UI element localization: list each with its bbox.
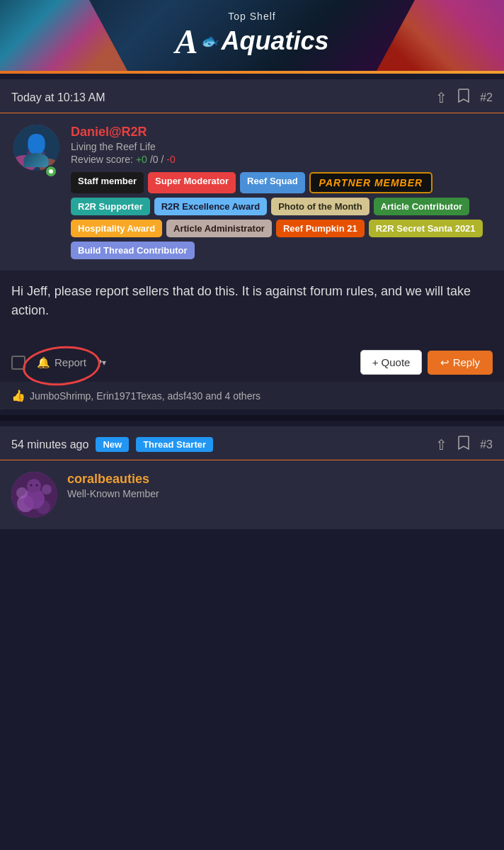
post-header-actions: ⇧ #2 — [435, 88, 493, 107]
post-3-username[interactable]: coralbeauties — [67, 472, 493, 487]
separator-line — [0, 71, 504, 74]
message-area: Hi Jeff, please report sellers that do t… — [0, 271, 504, 343]
message-text: Hi Jeff, please report sellers that do t… — [11, 282, 493, 320]
svg-point-4 — [29, 135, 43, 149]
share-icon[interactable]: ⇧ — [435, 89, 447, 106]
badges-container: Staff member Super Moderator Reef Squad … — [71, 172, 493, 259]
post-3-container: 54 minutes ago New Thread Starter ⇧ #3 — [0, 426, 504, 529]
svg-point-5 — [27, 147, 45, 162]
post-3-user-title: Well-Known Member — [67, 488, 493, 499]
review-label: Review score: — [71, 154, 133, 165]
action-bar: 🔔 Report • ▾ + Quote ↩ Reply — [0, 343, 504, 382]
post-3-header: 54 minutes ago New Thread Starter ⇧ #3 — [0, 426, 504, 460]
post-timestamp: Today at 10:13 AM — [11, 91, 105, 104]
user-info: Daniel@R2R Living the Reef Life Review s… — [71, 125, 493, 259]
svg-point-12 — [16, 487, 28, 499]
svg-point-7 — [38, 140, 40, 142]
score-negative: -0 — [166, 154, 175, 165]
banner-top-shelf: Top Shelf — [175, 11, 328, 22]
avatar-section — [11, 125, 61, 259]
avatar — [13, 125, 59, 171]
svg-point-14 — [27, 479, 41, 493]
svg-point-6 — [32, 140, 34, 142]
post-number: #2 — [480, 91, 493, 104]
score-neutral: /0 / — [150, 154, 164, 165]
banner: Top Shelf A 🐟 Aquatics — [0, 0, 504, 71]
review-score: Review score: +0 /0 / -0 — [71, 154, 493, 165]
badge-article-contributor: Article Contributor — [374, 198, 470, 215]
bookmark-icon[interactable] — [457, 88, 470, 107]
new-badge: New — [96, 437, 129, 452]
svg-point-3 — [29, 154, 43, 166]
report-btn-wrapper: 🔔 Report — [31, 352, 92, 373]
fish-icon: 🐟 — [200, 33, 218, 50]
badge-build-thread: Build Thread Contributor — [71, 242, 195, 259]
post-3-header-left: 54 minutes ago New Thread Starter — [11, 437, 213, 452]
banner-coral-left — [0, 0, 127, 71]
report-label: Report — [55, 356, 86, 368]
badge-super-moderator: Super Moderator — [148, 172, 236, 193]
banner-aquatics: A 🐟 Aquatics — [175, 22, 328, 61]
post-3-number: #3 — [480, 438, 493, 451]
posts-divider — [0, 415, 504, 421]
badge-excellence-award: R2R Excellence Award — [154, 198, 267, 215]
banner-a-letter: A — [175, 22, 197, 61]
badge-partner-member: PARTNER MEMBER — [309, 172, 433, 193]
badge-photo-of-month: Photo of the Month — [271, 198, 369, 215]
svg-point-13 — [42, 484, 52, 494]
username[interactable]: Daniel@R2R — [71, 125, 493, 140]
svg-point-1 — [13, 155, 37, 171]
badge-r2r-supporter: R2R Supporter — [71, 198, 150, 215]
badge-reef-pumpkin: Reef Pumpkin 21 — [276, 220, 365, 237]
post-3-header-right: ⇧ #3 — [435, 435, 493, 454]
badge-article-administrator: Article Administrator — [166, 220, 272, 237]
score-positive: +0 — [136, 154, 147, 165]
thread-starter-badge: Thread Starter — [136, 437, 213, 452]
reactors-text: JumboShrimp, Erin1971Texas, adsf430 and … — [30, 390, 260, 402]
badge-hospitality-award: Hospitality Award — [71, 220, 162, 237]
badge-staff-member: Staff member — [71, 172, 144, 193]
post3-bookmark-icon[interactable] — [457, 435, 470, 454]
badge-reef-squad: Reef Squad — [240, 172, 305, 193]
post-3-user-info: coralbeauties Well-Known Member — [67, 472, 493, 518]
post-3-body: coralbeauties Well-Known Member — [0, 460, 504, 529]
banner-logo: Top Shelf A 🐟 Aquatics — [175, 11, 328, 61]
bell-icon: 🔔 — [37, 356, 50, 369]
svg-point-15 — [30, 484, 33, 487]
banner-coral-right — [377, 0, 504, 71]
quote-button[interactable]: + Quote — [360, 350, 423, 375]
svg-point-16 — [36, 484, 38, 487]
post-2-container: Today at 10:13 AM ⇧ #2 — [0, 79, 504, 409]
select-checkbox[interactable] — [11, 356, 25, 370]
reactions-bar: 👍 JumboShrimp, Erin1971Texas, adsf430 an… — [0, 382, 504, 409]
post-header: Today at 10:13 AM ⇧ #2 — [0, 79, 504, 113]
banner-aquatics-text: Aquatics — [221, 26, 328, 56]
online-badge — [45, 165, 57, 178]
dropdown-arrow-icon: ▾ — [102, 358, 106, 368]
reply-button[interactable]: ↩ Reply — [428, 351, 493, 375]
post-3-avatar — [11, 472, 57, 518]
user-title: Living the Reef Life — [71, 141, 493, 152]
post-3-timestamp: 54 minutes ago — [11, 438, 88, 451]
post3-share-icon[interactable]: ⇧ — [435, 436, 447, 453]
post-body: Daniel@R2R Living the Reef Life Review s… — [0, 113, 504, 271]
more-options-button[interactable]: • ▾ — [98, 355, 106, 370]
report-button[interactable]: 🔔 Report — [31, 352, 92, 373]
badge-secret-santa: R2R Secret Santa 2021 — [369, 220, 483, 237]
thumbs-up-icon: 👍 — [11, 389, 25, 402]
reactions-text: 👍 JumboShrimp, Erin1971Texas, adsf430 an… — [11, 389, 493, 402]
